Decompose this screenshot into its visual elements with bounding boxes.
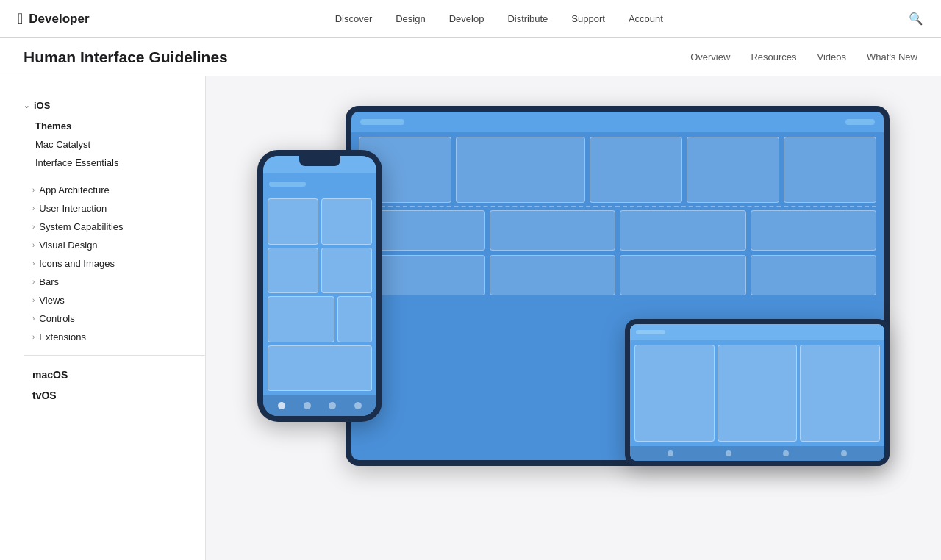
ipad-cell-1-2 [456, 137, 585, 203]
nav-distribute[interactable]: Distribute [507, 13, 548, 24]
sidebar-item-controls[interactable]: › Controls [24, 309, 205, 328]
chevron-right-icon-vis: › [32, 241, 35, 249]
iphone-tab-bar [263, 395, 376, 416]
sidebar: ⌄ iOS Themes Mac Catalyst Interface Esse… [0, 76, 206, 560]
chevron-down-icon: ⌄ [24, 101, 29, 110]
sidebar-item-extensions[interactable]: › Extensions [24, 328, 205, 346]
device-ipad-landscape [625, 319, 890, 466]
sidebar-ios-label: iOS [34, 100, 50, 111]
iphone-tab-dot-1 [278, 402, 285, 409]
iphone-notch [299, 156, 340, 166]
nav-links: Discover Design Develop Distribute Suppo… [335, 13, 663, 24]
ipad-cell-3-3 [620, 255, 746, 295]
ipad-row-2 [359, 210, 876, 251]
ipad-land-nav [630, 324, 884, 340]
nav-develop[interactable]: Develop [449, 13, 484, 24]
ipad-land-tab-bar [630, 446, 884, 461]
ipad-land-screen [630, 324, 884, 461]
ipad-cell-2-4 [751, 210, 877, 251]
content-area [206, 76, 941, 560]
ipad-land-cell-1 [634, 345, 715, 442]
secondary-links: Overview Resources Videos What's New [690, 51, 917, 62]
sidebar-item-mac-catalyst[interactable]: Mac Catalyst [24, 135, 205, 154]
sidebar-item-bars[interactable]: › Bars [24, 273, 205, 291]
nav-right: 🔍 [909, 12, 923, 26]
ipad-land-tab-dot-1 [668, 450, 673, 456]
ipad-cell-1-4 [687, 137, 779, 203]
ipad-cell-1-5 [784, 137, 876, 203]
ipad-row-1 [359, 137, 876, 203]
apple-logo-link[interactable]:  Developer [18, 10, 90, 27]
ipad-land-tab-dot-2 [726, 450, 731, 456]
nav-design[interactable]: Design [396, 13, 425, 24]
top-nav:  Developer Discover Design Develop Dist… [0, 0, 941, 38]
page-title[interactable]: Human Interface Guidelines [24, 49, 228, 66]
ipad-nav-bar [351, 112, 884, 132]
apple-icon:  [18, 10, 23, 27]
sidebar-item-macos[interactable]: macOS [24, 365, 205, 385]
iphone-nav [263, 173, 376, 194]
chevron-right-icon-arch: › [32, 186, 35, 194]
ipad-land-cell-3 [800, 345, 880, 442]
chevron-right-icon-ext: › [32, 333, 35, 341]
ipad-land-tab-dot-3 [783, 450, 789, 456]
ipad-cell-3-4 [751, 255, 877, 295]
ipad-row-3 [359, 255, 876, 295]
ipad-cell-3-2 [490, 255, 616, 295]
iphone-row-1 [268, 198, 372, 245]
ipad-cell-2-2 [490, 210, 616, 251]
sidebar-ios-toggle[interactable]: ⌄ iOS [24, 100, 205, 111]
secondary-nav: Human Interface Guidelines Overview Reso… [0, 38, 941, 76]
chevron-right-icon-views: › [32, 296, 35, 304]
ipad-land-tab-dot-4 [841, 450, 847, 456]
nav-account[interactable]: Account [629, 13, 663, 24]
iphone-cell-3-2 [337, 296, 372, 342]
hero-illustration [257, 106, 890, 488]
iphone-content [263, 194, 376, 395]
ipad-nav-pill-2 [845, 119, 875, 125]
nav-discover[interactable]: Discover [335, 13, 373, 24]
iphone-cell-3-1 [268, 296, 334, 342]
ipad-cell-2-3 [620, 210, 746, 251]
sidebar-item-icons-images[interactable]: › Icons and Images [24, 254, 205, 273]
ipad-upper-section [351, 132, 884, 206]
iphone-cell-1-1 [268, 198, 318, 245]
iphone-nav-pill [269, 182, 306, 187]
secondary-videos[interactable]: Videos [817, 51, 847, 62]
ipad-land-cell-2 [718, 345, 798, 442]
secondary-whats-new[interactable]: What's New [867, 51, 917, 62]
iphone-cell-2-1 [268, 248, 318, 294]
iphone-screen [263, 156, 376, 416]
sidebar-item-user-interaction[interactable]: › User Interaction [24, 199, 205, 218]
ipad-land-content [630, 340, 884, 446]
nav-support[interactable]: Support [571, 13, 605, 24]
chevron-right-icon-sys: › [32, 223, 35, 231]
sidebar-item-interface-essentials[interactable]: Interface Essentials [24, 154, 205, 172]
sidebar-item-visual-design[interactable]: › Visual Design [24, 236, 205, 254]
ipad-nav-pill-1 [360, 119, 404, 125]
device-iphone [257, 150, 382, 422]
ipad-lower-section [351, 207, 884, 300]
iphone-row-2 [268, 248, 372, 294]
search-button[interactable]: 🔍 [909, 12, 923, 26]
sidebar-item-themes[interactable]: Themes [24, 117, 205, 135]
chevron-right-icon-ui: › [32, 204, 35, 212]
iphone-tab-dot-2 [304, 402, 311, 409]
sidebar-item-views[interactable]: › Views [24, 291, 205, 309]
iphone-cell-2-2 [321, 248, 372, 294]
main-layout: ⌄ iOS Themes Mac Catalyst Interface Esse… [0, 76, 941, 560]
iphone-row-3 [268, 296, 372, 342]
sidebar-item-app-architecture[interactable]: › App Architecture [24, 181, 205, 199]
iphone-cell-1-2 [321, 198, 372, 245]
iphone-tab-dot-3 [329, 402, 336, 409]
sidebar-divider-1 [24, 355, 205, 356]
chevron-right-icon-ctrl: › [32, 315, 35, 323]
chevron-right-icon-ico: › [32, 259, 35, 268]
sidebar-item-tvos[interactable]: tvOS [24, 385, 205, 406]
sidebar-item-system-capabilities[interactable]: › System Capabilities [24, 218, 205, 236]
iphone-cell-4-1 [268, 345, 372, 392]
secondary-overview[interactable]: Overview [690, 51, 730, 62]
ipad-land-nav-pill [636, 330, 665, 334]
developer-label: Developer [29, 12, 89, 26]
secondary-resources[interactable]: Resources [751, 51, 796, 62]
